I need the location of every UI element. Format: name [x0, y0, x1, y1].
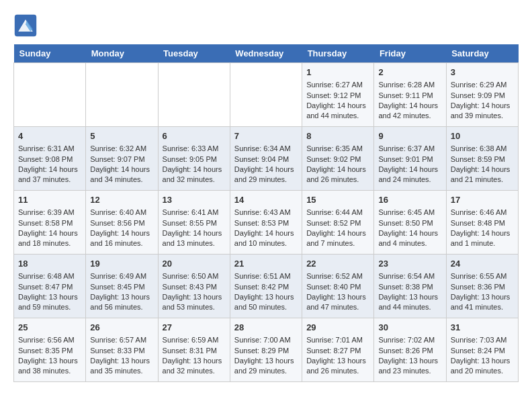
cell-content: Sunset: 8:47 PM	[18, 282, 81, 292]
cell-content: Sunrise: 6:44 AM	[306, 208, 369, 218]
cell-content: Sunset: 9:07 PM	[90, 154, 153, 165]
calendar-cell: 16Sunrise: 6:45 AMSunset: 8:50 PMDayligh…	[374, 191, 446, 255]
day-number: 2	[378, 66, 441, 79]
cell-content: Sunrise: 6:32 AM	[90, 144, 153, 154]
cell-content: Sunrise: 6:29 AM	[451, 80, 514, 90]
cell-content: Sunrise: 7:00 AM	[234, 335, 298, 345]
cell-content: Sunrise: 6:56 AM	[18, 335, 81, 345]
cell-content: Daylight: 14 hours and 26 minutes.	[306, 165, 369, 185]
cell-content: Daylight: 14 hours and 21 minutes.	[451, 165, 514, 185]
cell-content: Daylight: 14 hours and 24 minutes.	[378, 165, 441, 185]
cell-content: Sunset: 8:48 PM	[451, 218, 514, 228]
calendar-cell: 31Sunrise: 7:03 AMSunset: 8:24 PMDayligh…	[446, 318, 518, 382]
day-number: 24	[451, 258, 514, 270]
weekday-header-row: SundayMondayTuesdayWednesdayThursdayFrid…	[14, 44, 519, 63]
calendar-cell: 22Sunrise: 6:52 AMSunset: 8:40 PMDayligh…	[302, 255, 374, 318]
cell-content: Sunset: 8:50 PM	[378, 218, 441, 228]
cell-content: Sunset: 8:58 PM	[18, 218, 81, 228]
cell-content: Daylight: 13 hours and 29 minutes.	[234, 356, 298, 377]
calendar-week-row: 1Sunrise: 6:27 AMSunset: 9:12 PMDaylight…	[14, 63, 519, 127]
calendar-cell	[14, 63, 86, 127]
cell-content: Sunset: 8:35 PM	[18, 346, 81, 356]
calendar-cell: 3Sunrise: 6:29 AMSunset: 9:09 PMDaylight…	[446, 63, 518, 127]
calendar-cell: 1Sunrise: 6:27 AMSunset: 9:12 PMDaylight…	[302, 63, 374, 127]
cell-content: Sunset: 9:09 PM	[451, 91, 514, 101]
cell-content: Sunrise: 6:33 AM	[163, 144, 226, 154]
cell-content: Sunrise: 6:50 AM	[163, 271, 226, 281]
cell-content: Daylight: 14 hours and 4 minutes.	[378, 228, 441, 249]
calendar-cell: 17Sunrise: 6:46 AMSunset: 8:48 PMDayligh…	[446, 191, 518, 255]
day-number: 31	[451, 322, 514, 334]
cell-content: Sunrise: 6:40 AM	[90, 208, 153, 218]
cell-content: Sunset: 8:26 PM	[378, 346, 441, 356]
calendar-cell: 30Sunrise: 7:02 AMSunset: 8:26 PMDayligh…	[374, 318, 446, 382]
calendar-cell: 11Sunrise: 6:39 AMSunset: 8:58 PMDayligh…	[14, 191, 86, 255]
day-number: 5	[90, 130, 153, 142]
cell-content: Daylight: 14 hours and 37 minutes.	[18, 165, 81, 185]
cell-content: Sunset: 8:55 PM	[163, 218, 226, 228]
cell-content: Sunrise: 6:45 AM	[378, 208, 441, 218]
calendar-cell: 28Sunrise: 7:00 AMSunset: 8:29 PMDayligh…	[230, 318, 302, 382]
cell-content: Sunset: 8:43 PM	[163, 282, 226, 292]
weekday-header: Tuesday	[158, 44, 230, 63]
cell-content: Sunrise: 6:55 AM	[451, 271, 514, 281]
cell-content: Sunrise: 6:27 AM	[306, 80, 369, 90]
calendar-cell: 12Sunrise: 6:40 AMSunset: 8:56 PMDayligh…	[86, 191, 158, 255]
day-number: 11	[18, 194, 81, 206]
cell-content: Daylight: 13 hours and 23 minutes.	[378, 356, 441, 377]
cell-content: Sunset: 9:12 PM	[306, 91, 369, 101]
calendar-cell: 19Sunrise: 6:49 AMSunset: 8:45 PMDayligh…	[86, 255, 158, 318]
calendar-cell: 9Sunrise: 6:37 AMSunset: 9:01 PMDaylight…	[374, 127, 446, 191]
calendar-table: SundayMondayTuesdayWednesdayThursdayFrid…	[13, 44, 519, 382]
cell-content: Sunset: 8:56 PM	[90, 218, 153, 228]
cell-content: Daylight: 14 hours and 10 minutes.	[234, 228, 298, 249]
cell-content: Sunrise: 6:49 AM	[90, 271, 153, 281]
cell-content: Daylight: 14 hours and 1 minute.	[451, 228, 514, 249]
calendar-cell: 4Sunrise: 6:31 AMSunset: 9:08 PMDaylight…	[14, 127, 86, 191]
day-number: 18	[18, 258, 81, 270]
day-number: 14	[234, 194, 298, 206]
cell-content: Daylight: 13 hours and 56 minutes.	[90, 292, 153, 313]
calendar-cell: 5Sunrise: 6:32 AMSunset: 9:07 PMDaylight…	[86, 127, 158, 191]
day-number: 15	[306, 194, 369, 206]
weekday-header: Monday	[86, 44, 158, 63]
cell-content: Sunset: 8:59 PM	[451, 154, 514, 165]
day-number: 16	[378, 194, 441, 206]
cell-content: Sunset: 9:05 PM	[163, 154, 226, 165]
calendar-cell: 23Sunrise: 6:54 AMSunset: 8:38 PMDayligh…	[374, 255, 446, 318]
day-number: 1	[306, 66, 369, 79]
cell-content: Sunset: 8:27 PM	[306, 346, 369, 356]
calendar-cell	[230, 63, 302, 127]
calendar-cell	[86, 63, 158, 127]
cell-content: Sunrise: 6:35 AM	[306, 144, 369, 154]
day-number: 28	[234, 322, 298, 334]
weekday-header: Saturday	[446, 44, 518, 63]
day-number: 20	[163, 258, 226, 270]
calendar-week-row: 18Sunrise: 6:48 AMSunset: 8:47 PMDayligh…	[14, 255, 519, 318]
calendar-cell: 10Sunrise: 6:38 AMSunset: 8:59 PMDayligh…	[446, 127, 518, 191]
cell-content: Daylight: 13 hours and 35 minutes.	[90, 356, 153, 377]
day-number: 4	[18, 130, 81, 142]
cell-content: Daylight: 14 hours and 42 minutes.	[378, 101, 441, 122]
cell-content: Sunrise: 7:03 AM	[451, 335, 514, 345]
cell-content: Daylight: 13 hours and 41 minutes.	[451, 292, 514, 313]
cell-content: Sunrise: 7:01 AM	[306, 335, 369, 345]
cell-content: Sunrise: 6:46 AM	[451, 208, 514, 218]
cell-content: Sunrise: 6:51 AM	[234, 271, 298, 281]
day-number: 19	[90, 258, 153, 270]
cell-content: Daylight: 14 hours and 34 minutes.	[90, 165, 153, 185]
cell-content: Sunset: 9:11 PM	[378, 91, 441, 101]
cell-content: Sunset: 8:52 PM	[306, 218, 369, 228]
calendar-cell: 7Sunrise: 6:34 AMSunset: 9:04 PMDaylight…	[230, 127, 302, 191]
cell-content: Daylight: 13 hours and 53 minutes.	[163, 292, 226, 313]
cell-content: Daylight: 14 hours and 16 minutes.	[90, 228, 153, 249]
cell-content: Sunrise: 6:41 AM	[163, 208, 226, 218]
calendar-cell: 29Sunrise: 7:01 AMSunset: 8:27 PMDayligh…	[302, 318, 374, 382]
calendar-cell: 26Sunrise: 6:57 AMSunset: 8:33 PMDayligh…	[86, 318, 158, 382]
day-number: 30	[378, 322, 441, 334]
weekday-header: Wednesday	[230, 44, 302, 63]
cell-content: Daylight: 14 hours and 32 minutes.	[163, 165, 226, 185]
calendar-cell: 20Sunrise: 6:50 AMSunset: 8:43 PMDayligh…	[158, 255, 230, 318]
calendar-week-row: 25Sunrise: 6:56 AMSunset: 8:35 PMDayligh…	[14, 318, 519, 382]
calendar-cell: 27Sunrise: 6:59 AMSunset: 8:31 PMDayligh…	[158, 318, 230, 382]
